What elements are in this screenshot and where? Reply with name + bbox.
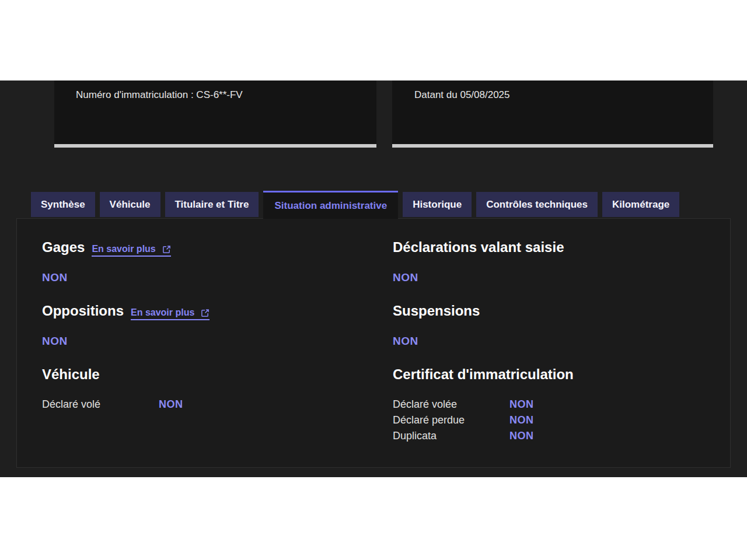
immatriculation-text: Numéro d'immatriculation : CS-6**-FV xyxy=(54,80,376,102)
declarations-value: NON xyxy=(393,270,718,286)
tab-synthese[interactable]: Synthèse xyxy=(31,192,95,217)
row-value: NON xyxy=(509,397,534,412)
panel-left-column: Gages En savoir plus NON xyxy=(42,237,393,467)
gages-en-savoir-plus-link[interactable]: En savoir plus xyxy=(92,244,170,257)
immatriculation-card: Numéro d'immatriculation : CS-6**-FV xyxy=(54,80,376,148)
tab-situation-administrative[interactable]: Situation administrative xyxy=(263,191,398,219)
suspensions-value: NON xyxy=(393,333,718,349)
section-certificat-immatriculation: Certificat d'immatriculation Déclaré vol… xyxy=(393,364,718,444)
certificat-title: Certificat d'immatriculation xyxy=(393,364,574,385)
situation-administrative-panel: Gages En savoir plus NON xyxy=(16,218,731,468)
row-value: NON xyxy=(159,397,183,412)
suspensions-title: Suspensions xyxy=(393,300,480,321)
section-declarations-valant-saisie: Déclarations valant saisie NON xyxy=(393,237,718,286)
external-link-icon xyxy=(162,245,171,254)
tab-historique[interactable]: Historique xyxy=(403,192,472,217)
gages-link-label: En savoir plus xyxy=(92,244,155,254)
tab-titulaire-et-titre[interactable]: Titulaire et Titre xyxy=(165,192,259,217)
section-suspensions: Suspensions NON xyxy=(393,300,718,349)
panel-right-column: Déclarations valant saisie NON Suspensio… xyxy=(393,237,718,467)
row-value: NON xyxy=(509,428,534,444)
tab-bar: Synthèse Véhicule Titulaire et Titre Sit… xyxy=(31,191,679,219)
report-date-card: Datant du 05/08/2025 xyxy=(392,80,713,148)
oppositions-en-savoir-plus-link[interactable]: En savoir plus xyxy=(131,307,210,320)
row-label: Duplicata xyxy=(393,428,509,444)
certificat-row-duplicata: Duplicata NON xyxy=(393,428,718,444)
oppositions-value: NON xyxy=(42,333,393,349)
tab-controles-techniques[interactable]: Contrôles techniques xyxy=(476,192,598,217)
section-vehicule: Véhicule Déclaré volé NON xyxy=(42,364,393,412)
row-label: Déclaré perdue xyxy=(393,412,509,428)
vehicule-row-declare-vole: Déclaré volé NON xyxy=(42,397,393,412)
oppositions-title: Oppositions xyxy=(42,300,124,321)
gages-value: NON xyxy=(42,270,393,286)
declarations-title: Déclarations valant saisie xyxy=(393,237,564,258)
tab-kilometrage[interactable]: Kilométrage xyxy=(602,192,679,217)
oppositions-link-label: En savoir plus xyxy=(131,307,194,318)
report-date-text: Datant du 05/08/2025 xyxy=(392,80,713,102)
row-label: Déclaré volé xyxy=(42,397,159,412)
dark-app-region: Numéro d'immatriculation : CS-6**-FV Dat… xyxy=(0,80,747,477)
external-link-icon xyxy=(201,309,210,317)
row-value: NON xyxy=(509,412,534,428)
vehicule-title: Véhicule xyxy=(42,364,100,385)
row-label: Déclaré volée xyxy=(393,397,509,412)
gages-title: Gages xyxy=(42,237,85,258)
certificat-row-declare-volee: Déclaré volée NON xyxy=(393,397,718,412)
section-oppositions: Oppositions En savoir plus NON xyxy=(42,300,393,349)
certificat-row-declare-perdue: Déclaré perdue NON xyxy=(393,412,718,428)
tab-vehicule[interactable]: Véhicule xyxy=(100,192,160,217)
section-gages: Gages En savoir plus NON xyxy=(42,237,393,286)
